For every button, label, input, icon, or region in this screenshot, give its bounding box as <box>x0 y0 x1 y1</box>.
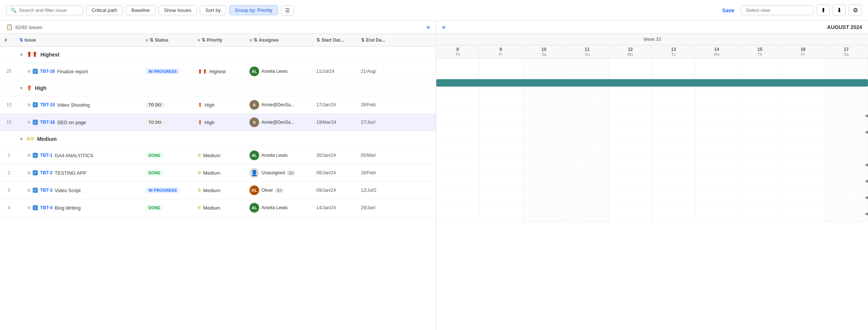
table-row[interactable]: 4 TBT-4 Blog Writing DONE ≡ Medium AL Am… <box>0 199 436 217</box>
gantt-cell <box>523 58 566 74</box>
gantt-cell <box>695 189 738 205</box>
issue-id[interactable]: TBT-4 <box>40 205 52 210</box>
gantt-header-top: « AUGUST 2024 <box>436 21 868 34</box>
issue-checkbox[interactable] <box>33 153 38 158</box>
issue-checkbox[interactable] <box>33 170 38 175</box>
row-num: 1 <box>1 149 16 162</box>
table-row[interactable]: 3 TBT-3 Video Script IN PROGRESS ≡ Mediu… <box>0 182 436 199</box>
group-chevron[interactable]: ▼ <box>19 86 23 90</box>
gantt-back-arrow[interactable]: ◀ <box>865 129 868 135</box>
group-chevron[interactable]: ▼ <box>19 137 23 141</box>
issue-id[interactable]: TBT-1 <box>40 153 52 158</box>
gantt-day-header: 12Mo <box>609 45 652 58</box>
col-issue-label: Issue <box>25 38 36 43</box>
issue-id[interactable]: TBT-3 <box>40 188 52 193</box>
table-row[interactable]: 1 TBT-1 GA4 ANALYITICS DONE ≡ Medium AL … <box>0 147 436 164</box>
issue-checkbox[interactable] <box>33 205 38 210</box>
show-issues-button[interactable]: Show Issues <box>159 5 197 15</box>
gantt-back-arrow[interactable]: ◀ <box>865 162 868 167</box>
assignee-name: Amelia Lewis <box>261 69 288 74</box>
table-row[interactable]: 10 TBT-10 Video Shooting TO DO ⬆ High A … <box>0 96 436 114</box>
group-by-button[interactable]: Group by: Priority <box>229 5 278 15</box>
table-row[interactable]: 2 TBT-2 TESTING APP DONE ≡ Medium 👤 Unas… <box>0 164 436 182</box>
priority-text: Medium <box>203 205 220 211</box>
issue-checkbox[interactable] <box>33 188 38 193</box>
upload-button[interactable]: ⬆ <box>817 4 830 16</box>
assignee-extra-badge: 1+ <box>275 188 283 193</box>
search-input[interactable] <box>19 7 78 13</box>
priority-medium-icon: ≡ <box>198 187 201 194</box>
filter-assignee-icon: ≡ <box>249 38 252 43</box>
row-end-date: 21/Aug/ <box>358 65 402 78</box>
expand-gantt-button[interactable]: » <box>427 24 430 30</box>
gantt-day-header: 15Th <box>738 45 781 58</box>
baseline-button[interactable]: Baseline <box>126 5 156 15</box>
col-issue[interactable]: ⇅ Issue <box>16 34 143 46</box>
issue-title: Video Shooting <box>57 102 90 108</box>
issue-dot <box>27 154 30 157</box>
issue-checkbox[interactable] <box>33 120 38 125</box>
gantt-cell <box>781 173 825 189</box>
row-start-date: 17/Jan/24 <box>313 98 358 111</box>
col-end-date[interactable]: ⇅ End Da... <box>358 34 402 46</box>
issue-id[interactable]: TBT-2 <box>40 170 52 175</box>
gantt-cell <box>609 156 652 172</box>
row-num: 15 <box>1 116 16 129</box>
gantt-cell <box>652 156 695 172</box>
issue-id[interactable]: TBT-10 <box>40 102 55 107</box>
sort-by-button[interactable]: Sort by <box>200 5 226 15</box>
select-view-input[interactable] <box>740 5 814 15</box>
row-assignee-cell: AL Amelia Lewis <box>247 63 313 80</box>
col-num[interactable]: # <box>1 34 16 46</box>
gantt-cell <box>479 206 522 221</box>
gantt-back-arrow[interactable]: ◀ <box>865 195 868 200</box>
assignee-name: Unassigned <box>261 170 285 175</box>
row-num: 4 <box>1 201 16 214</box>
priority-high-icon: ⬆ <box>198 119 202 126</box>
gantt-nav-back[interactable]: « <box>442 24 446 30</box>
gantt-cell <box>609 206 652 221</box>
status-badge: IN PROGRESS <box>146 187 180 193</box>
gantt-back-arrow[interactable]: ◀ <box>865 113 868 118</box>
row-start-date: 19/Mar/24 <box>313 116 358 129</box>
issue-title: Blog Writing <box>55 205 81 211</box>
issues-count-container: 📋 92/92 issues <box>6 24 42 30</box>
issue-dot <box>27 171 30 174</box>
search-container[interactable]: 🔍 <box>6 5 83 15</box>
issue-id[interactable]: TBT-16 <box>40 120 55 125</box>
priority-medium-icon: ≡ <box>198 152 201 159</box>
gantt-row: ◀ <box>436 189 868 206</box>
gantt-back-arrow[interactable]: ◀ <box>865 178 868 184</box>
gantt-back-arrow[interactable]: ◀ <box>865 211 868 216</box>
issue-dot <box>27 70 30 73</box>
table-row[interactable]: 25 TBT-26 Finalize report IN PROGRESS ⬆⬆… <box>0 63 436 80</box>
gantt-cell <box>652 189 695 205</box>
avatar: A <box>249 100 259 110</box>
col-status[interactable]: ≡ ⇅ Status <box>143 34 195 46</box>
settings-button[interactable]: ⚙ <box>849 4 862 16</box>
row-status-cell: IN PROGRESS <box>143 65 195 78</box>
gantt-cell <box>479 58 522 74</box>
group-header-row: ▼ ⬆ High <box>0 80 436 96</box>
gantt-bar[interactable] <box>436 79 868 87</box>
issue-checkbox[interactable] <box>33 102 38 107</box>
gantt-cell <box>436 156 479 172</box>
gantt-cell <box>781 140 825 156</box>
group-chevron[interactable]: ▼ <box>19 52 23 57</box>
col-start-date[interactable]: ⇅ Start Dat... <box>313 34 358 46</box>
issue-checkbox[interactable] <box>33 69 38 74</box>
download-button[interactable]: ⬇ <box>833 4 846 16</box>
save-button[interactable]: Save <box>719 6 737 15</box>
filter-icon[interactable]: ☰ <box>281 5 294 16</box>
sort-start-icon: ⇅ <box>316 38 320 43</box>
gantt-cell <box>609 189 652 205</box>
table-row[interactable]: 15 TBT-16 SEO on page TO DO ⬆ High A Ann… <box>0 114 436 131</box>
col-start-label: Start Dat... <box>322 38 344 43</box>
gantt-cell <box>436 140 479 156</box>
col-assignee[interactable]: ≡ ⇅ Assignee <box>247 34 313 46</box>
row-issue-cell: TBT-16 SEO on page <box>16 116 143 129</box>
critical-path-button[interactable]: Critical path <box>86 5 123 15</box>
row-end-date: 29/Jan/ <box>358 201 402 214</box>
col-priority[interactable]: ≡ ⇅ Priority <box>195 34 247 46</box>
issue-id[interactable]: TBT-26 <box>40 69 55 74</box>
